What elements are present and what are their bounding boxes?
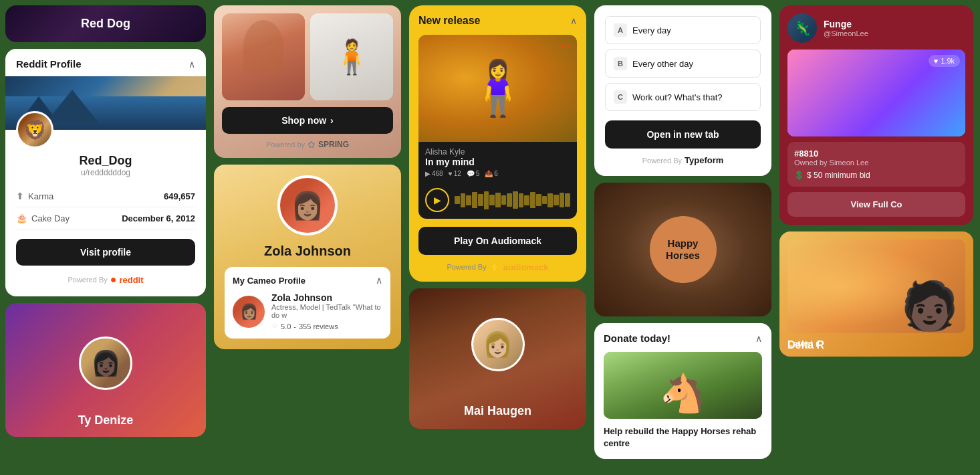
play-on-audiomack-button[interactable]: Play On Audiomack xyxy=(418,227,577,255)
red-dog-title: Red Dog xyxy=(81,17,130,31)
view-full-button[interactable]: View Full Co xyxy=(787,192,965,217)
music-meta: ▶ 468 ♥ 12 💬 5 📤 6 xyxy=(425,170,570,177)
reddit-avatar: 🦁 xyxy=(16,111,53,149)
ty-denize-card: 👩🏿 Ty Denize xyxy=(5,303,206,437)
funge-heart-count: ♥ 1.9k xyxy=(929,55,960,67)
red-dog-banner: Red Dog xyxy=(5,5,206,42)
funge-user-info: Funge @SimeonLee xyxy=(824,19,868,37)
option-a-key: A xyxy=(614,23,627,37)
music-card: New release ∧ 〰 🧍‍♀️ Alisha Kyle In my m… xyxy=(409,5,586,282)
option-b-text: Every other day xyxy=(632,59,693,69)
cameo-rating: ☆ 5.0 - 355 reviews xyxy=(271,322,382,330)
collapse-icon[interactable]: ∧ xyxy=(189,59,195,70)
typeform-card: A Every day B Every other day C Work out… xyxy=(594,5,771,176)
option-c-text: Work out? What's that? xyxy=(632,92,722,102)
spring-card: New Age $35 USD 🧍 Shop now › Powered by … xyxy=(214,5,401,158)
option-a-text: Every day xyxy=(632,25,671,35)
music-song-title: In my mind xyxy=(425,157,570,167)
dollar-icon: 💲 xyxy=(794,171,804,180)
reddit-avatar-wrapper: 🦁 xyxy=(5,111,206,149)
happy-horses-image-card: Happy Horses xyxy=(594,183,771,316)
typeform-option-a[interactable]: A Every day xyxy=(605,16,761,44)
wave-bar xyxy=(501,195,507,205)
mai-avatar: 👩🏼 xyxy=(471,318,525,371)
column-4: A Every day B Every other day C Work out… xyxy=(594,5,771,470)
cake-day-row: 🎂 Cake Day December 6, 2012 xyxy=(16,207,195,229)
cake-icon: 🎂 xyxy=(16,213,27,223)
wave-bar xyxy=(547,193,553,207)
audiomack-powered-by: Powered By ⚡ audiomack xyxy=(418,262,577,272)
cameo-profile-title: My Cameo Profile xyxy=(233,276,305,286)
karma-row: ⬆ Karma 649,657 xyxy=(16,185,195,207)
donate-description: Help rebuild the Happy Horses rehab cent… xyxy=(604,425,762,450)
ty-avatar: 👩🏿 xyxy=(79,337,132,390)
wave-bar xyxy=(565,193,570,207)
cake-day-label: 🎂 Cake Day xyxy=(16,213,70,223)
open-new-tab-button[interactable]: Open in new tab xyxy=(605,120,761,149)
comment-count: 💬 5 xyxy=(467,170,480,177)
wave-bar xyxy=(519,193,524,207)
heart-icon: ♥ xyxy=(934,57,939,65)
column-5: 🦎 Funge @SimeonLee ♥ 1.9k #8810 Owned by… xyxy=(779,5,973,470)
play-button[interactable]: ▶ xyxy=(425,188,449,212)
music-song-info: Alisha Kyle In my mind ▶ 468 ♥ 12 💬 5 📤 … xyxy=(418,142,577,183)
funge-nft-info: #8810 Owned by Simeon Lee 💲 $ 50 minimum… xyxy=(787,142,965,187)
typeform-option-b[interactable]: B Every other day xyxy=(605,50,761,78)
funge-name: Funge xyxy=(824,19,868,29)
wave-bar xyxy=(489,195,495,206)
column-2: New Age $35 USD 🧍 Shop now › Powered by … xyxy=(214,5,401,470)
mai-haugen-card: 👩🏼 Mai Haugen xyxy=(409,288,586,429)
reddit-username: Red_Dog xyxy=(5,154,206,168)
cameo-person-full-name: Zola Johnson xyxy=(271,292,382,303)
star-icon: ☆ xyxy=(271,322,278,330)
music-card-title: New release xyxy=(418,15,481,27)
donate-title: Donate today! xyxy=(604,332,670,344)
donate-card: Donate today! ∧ 🐴 Help rebuild the Happy… xyxy=(594,323,771,459)
play-count: ▶ 468 xyxy=(425,170,443,177)
typeform-option-c[interactable]: C Work out? What's that? xyxy=(605,83,761,111)
cameo-person-avatar: 👩🏽 xyxy=(233,296,265,328)
wave-bar xyxy=(472,192,477,208)
music-card-header: New release ∧ xyxy=(418,15,577,27)
audiomack-brand: audiomack xyxy=(503,262,549,272)
funge-nft-id: #8810 xyxy=(794,149,959,159)
wave-bar xyxy=(478,194,483,206)
reddit-powered-by: Powered By ● reddit xyxy=(5,268,206,286)
ty-name: Ty Denize xyxy=(5,413,206,428)
spring-product-right: 🧍 xyxy=(310,13,393,100)
music-player: ▶ xyxy=(418,183,577,219)
typeform-brand: Typeform xyxy=(685,155,723,165)
karma-value: 649,657 xyxy=(164,191,195,201)
audiomack-logo-icon: ⚡ xyxy=(489,262,501,272)
cameo-person-name-top: Zola Johnson xyxy=(225,244,390,259)
music-album-image: 〰 🧍‍♀️ xyxy=(418,35,577,142)
cameo-collapse-icon[interactable]: ∧ xyxy=(376,275,382,286)
spring-product-left: New Age $35 USD xyxy=(222,13,305,100)
cameo-person-info: Zola Johnson Actress, Model | TedTalk "W… xyxy=(271,292,382,330)
wave-bar xyxy=(484,191,489,209)
karma-label: ⬆ Karma xyxy=(16,191,53,201)
share-count: 📤 6 xyxy=(485,170,498,177)
spring-brand: SPRING xyxy=(318,140,349,149)
wave-bar xyxy=(524,195,529,205)
cameo-person-row: 👩🏽 Zola Johnson Actress, Model | TedTalk… xyxy=(233,292,382,330)
cameo-card: 👩🏽 Zola Johnson My Cameo Profile ∧ 👩🏽 Zo… xyxy=(214,165,401,349)
visit-profile-button[interactable]: Visit profile xyxy=(16,239,195,266)
reddit-logo-icon: ● xyxy=(110,274,117,286)
wave-bar xyxy=(542,196,547,204)
cameo-profile-header: My Cameo Profile ∧ xyxy=(233,275,382,286)
like-count: ♥ 12 xyxy=(449,170,461,177)
donate-collapse-icon[interactable]: ∧ xyxy=(755,333,762,344)
shop-now-button[interactable]: Shop now › xyxy=(222,107,393,134)
arrow-icon: › xyxy=(330,115,334,126)
happy-horses-badge-text: Happy xyxy=(668,238,699,250)
funge-avatar: 🦎 xyxy=(787,13,817,43)
reddit-brand: reddit xyxy=(119,275,143,285)
karma-icon: ⬆ xyxy=(16,191,24,201)
music-collapse-icon[interactable]: ∧ xyxy=(570,15,577,26)
reddit-card-header: Reddit Profile ∧ xyxy=(5,49,206,76)
cameo-person-desc: Actress, Model | TedTalk "What to do w xyxy=(271,303,382,319)
happy-horses-badge: Happy Horses xyxy=(650,216,717,283)
delta-image: 🧑🏿 xyxy=(787,240,965,333)
waveform xyxy=(455,190,570,210)
